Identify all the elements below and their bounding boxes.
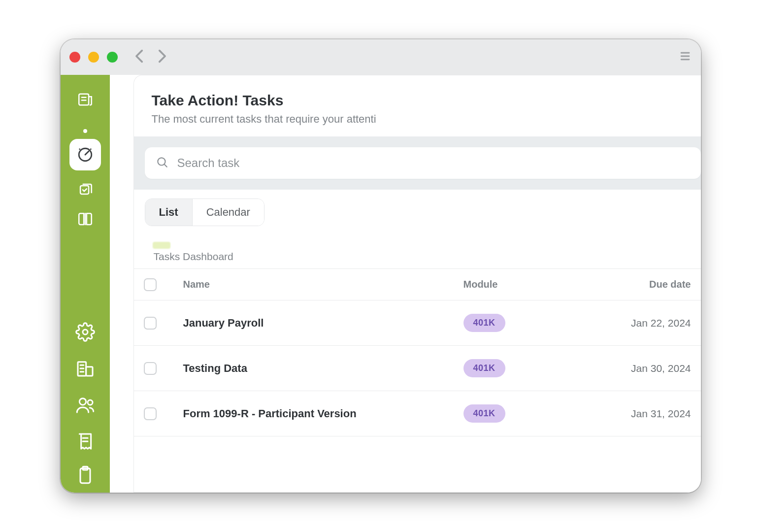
svg-point-15 [79,399,86,405]
svg-line-22 [164,165,166,167]
task-name: Form 1099-R - Participant Version [183,407,463,420]
menu-button[interactable] [678,49,692,65]
main-content: Take Action! Tasks The most current task… [110,75,701,493]
sidebar-item-library[interactable] [75,210,95,230]
section-label: Tasks Dashboard [134,226,701,268]
sidebar-item-news[interactable] [75,90,95,109]
tasks-table: Name Module Due date January Payroll 401… [134,268,701,436]
row-checkbox[interactable] [144,317,157,330]
page-subtitle: The most current tasks that require your… [152,113,683,126]
table-row[interactable]: Form 1099-R - Participant Version 401K J… [134,391,701,436]
svg-rect-3 [79,94,89,105]
svg-rect-0 [680,52,690,54]
tab-list[interactable]: List [145,199,192,226]
module-badge: 401K [463,314,505,332]
search-box[interactable] [145,147,701,179]
app-window: Take Action! Tasks The most current task… [61,39,701,493]
column-header-name[interactable]: Name [183,279,463,290]
column-header-due[interactable]: Due date [592,279,700,290]
sidebar-item-users[interactable] [75,395,95,415]
search-icon [156,156,177,170]
module-badge: 401K [463,404,505,423]
column-header-module[interactable]: Module [463,279,592,290]
view-tabs: List Calendar [134,190,701,226]
sidebar-item-dashboard-active[interactable] [69,139,101,170]
zoom-window-button[interactable] [107,52,118,63]
row-checkbox[interactable] [144,407,157,420]
task-due-date: Jan 30, 2024 [592,363,700,374]
sidebar-item-checklist[interactable] [75,179,95,199]
task-due-date: Jan 22, 2024 [592,317,700,329]
table-row[interactable]: Testing Data 401K Jan 30, 2024 [134,346,701,391]
sidebar-item-billing[interactable] [75,432,95,451]
svg-rect-1 [680,55,690,57]
nav-arrows [132,48,170,66]
panel-header: Take Action! Tasks The most current task… [134,92,701,136]
page-title: Take Action! Tasks [152,92,683,109]
window-controls [69,52,118,63]
svg-point-9 [83,330,88,334]
table-row[interactable]: January Payroll 401K Jan 22, 2024 [134,300,701,346]
minimize-window-button[interactable] [88,52,99,63]
tasks-panel: Take Action! Tasks The most current task… [133,75,701,493]
window-titlebar [61,39,701,75]
app-body: Take Action! Tasks The most current task… [61,75,701,493]
sidebar-item-company[interactable] [75,359,95,378]
back-button[interactable] [132,48,148,66]
sidebar-indicator-dot [83,129,87,133]
svg-rect-2 [680,59,690,60]
search-band [134,136,701,190]
module-badge: 401K [463,359,505,377]
search-input[interactable] [177,156,690,170]
task-due-date: Jan 31, 2024 [592,408,700,420]
forward-button[interactable] [153,48,170,66]
task-name: Testing Data [183,362,463,375]
svg-rect-11 [86,367,92,376]
tab-calendar[interactable]: Calendar [192,199,264,226]
close-window-button[interactable] [69,52,80,63]
sidebar-item-settings[interactable] [75,322,95,342]
sidebar [61,75,110,493]
task-name: January Payroll [183,317,463,330]
svg-rect-7 [80,186,89,194]
row-checkbox[interactable] [144,362,157,375]
svg-point-16 [88,400,93,405]
select-all-checkbox[interactable] [144,278,157,291]
table-header-row: Name Module Due date [134,269,701,300]
sidebar-item-clipboard[interactable] [75,465,95,485]
